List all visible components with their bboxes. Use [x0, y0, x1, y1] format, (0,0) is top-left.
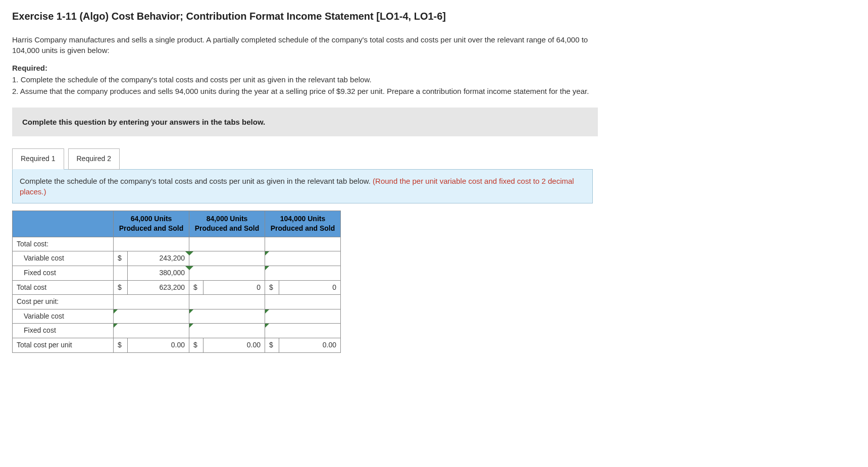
marker-icon [189, 324, 193, 328]
row-cpu-variable: Variable cost [13, 309, 341, 324]
cell-cpu-variable-label: Variable cost [13, 309, 114, 324]
input-vc-104[interactable] [265, 251, 341, 266]
row-total-cost-label: Total cost: [13, 237, 341, 251]
cell-dollar: $ [189, 338, 203, 352]
required-label: Required: [12, 63, 856, 73]
cell-variable-cost-label: Variable cost [13, 251, 114, 266]
input-cpu-vc-64[interactable] [114, 309, 189, 324]
row-fixed-cost: Fixed cost 380,000 [13, 266, 341, 280]
intro-text: Harris Company manufactures and sells a … [12, 34, 608, 56]
input-fc-104[interactable] [265, 266, 341, 280]
marker-icon [114, 309, 118, 314]
input-cpu-vc-104[interactable] [265, 309, 341, 324]
header-64000: 64,000 Units Produced and Sold [114, 211, 189, 237]
requirement-1: 1. Complete the schedule of the company'… [12, 74, 856, 85]
tab-required-2[interactable]: Required 2 [68, 148, 120, 170]
cell-cpu-fixed-label: Fixed cost [13, 324, 114, 338]
input-fc-84[interactable] [189, 266, 265, 280]
input-vc-64[interactable]: 243,200 [127, 251, 189, 266]
input-cpu-fc-104[interactable] [265, 324, 341, 338]
input-cpu-vc-84[interactable] [189, 309, 265, 324]
cell-dollar: $ [114, 280, 128, 295]
tab-required-1[interactable]: Required 1 [12, 148, 64, 170]
row-total-cost: Total cost $ 623,200 $ 0 $ 0 [13, 280, 341, 295]
row-cpu-label: Cost per unit: [13, 295, 341, 309]
marker-icon [114, 324, 118, 328]
marker-icon [189, 251, 193, 255]
instruction-box: Complete this question by entering your … [12, 108, 598, 136]
row-cpu-fixed: Fixed cost [13, 324, 341, 338]
marker-icon [189, 266, 193, 270]
calc-tc-84: 0 [203, 280, 265, 295]
calc-cpu-84: 0.00 [203, 338, 265, 352]
calc-tc-64: 623,200 [127, 280, 189, 295]
row-cpu-total: Total cost per unit $ 0.00 $ 0.00 $ 0.00 [13, 338, 341, 352]
tab-instruction: Complete the schedule of the company's t… [20, 177, 373, 185]
marker-icon [189, 309, 193, 314]
input-vc-84[interactable] [189, 251, 265, 266]
cell-dollar: $ [265, 338, 279, 352]
header-blank [13, 211, 114, 237]
marker-icon [265, 309, 269, 314]
input-fc-64[interactable]: 380,000 [127, 266, 189, 280]
cell-dollar: $ [114, 338, 128, 352]
cell-total-cost-label: Total cost: [13, 237, 114, 251]
page-title: Exercise 1-11 (Algo) Cost Behavior; Cont… [12, 9, 856, 23]
calc-tc-104: 0 [279, 280, 340, 295]
marker-icon [265, 266, 269, 270]
cell-dollar: $ [189, 280, 203, 295]
row-variable-cost: Variable cost $ 243,200 [13, 251, 341, 266]
cell-cpu-total-label: Total cost per unit [13, 338, 114, 352]
tab-row: Required 1 Required 2 [12, 148, 856, 170]
marker-icon [265, 251, 269, 255]
input-cpu-fc-64[interactable] [114, 324, 189, 338]
cell-dollar: $ [265, 280, 279, 295]
cell-dollar: $ [114, 251, 128, 266]
cost-schedule-table: 64,000 Units Produced and Sold 84,000 Un… [12, 211, 341, 353]
cell-fixed-cost-label: Fixed cost [13, 266, 114, 280]
requirement-2: 2. Assume that the company produces and … [12, 86, 856, 96]
cell-total-cost: Total cost [13, 280, 114, 295]
tab-content: Complete the schedule of the company's t… [12, 169, 593, 203]
marker-icon [265, 324, 269, 328]
header-104000: 104,000 Units Produced and Sold [265, 211, 341, 237]
calc-cpu-104: 0.00 [279, 338, 340, 352]
header-84000: 84,000 Units Produced and Sold [189, 211, 265, 237]
input-cpu-fc-84[interactable] [189, 324, 265, 338]
calc-cpu-64: 0.00 [127, 338, 189, 352]
cell-cpu-label: Cost per unit: [13, 295, 114, 309]
